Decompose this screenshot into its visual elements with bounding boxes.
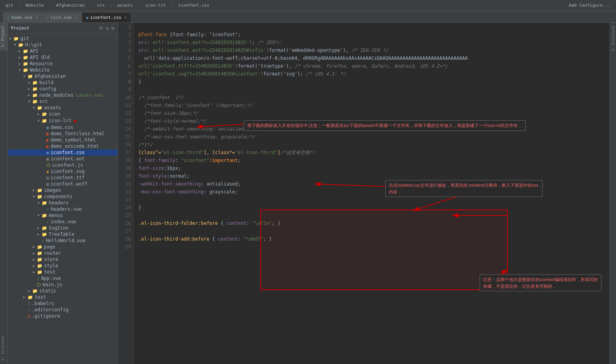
code-line-7[interactable]: url('iconfont.svg?t=1540265014835#iconfo… [138, 70, 610, 78]
tree-item-iconfont.css[interactable]: ◉iconfont.css [8, 149, 118, 156]
code-line-2[interactable]: @font-face {font-family: "iconfont"; [138, 31, 610, 39]
line-number-25: 25 [120, 211, 131, 219]
code-line-15[interactable]: /*-moz-osx-font-smoothing: grayscale;*/ [138, 133, 610, 141]
tree-item-build[interactable]: ▶📁build [8, 79, 118, 86]
code-line-13[interactable]: /*font-style:normal;*/ [138, 117, 610, 125]
structure-panel-tab[interactable]: 2: Structure [0, 332, 7, 364]
tree-item-Afghanistan[interactable]: ▼📁Afghanistan [8, 73, 118, 79]
tree-item-.babelrc[interactable]: ◌.babelrc [8, 300, 118, 307]
tree-item-static[interactable]: ▶📁static [8, 288, 118, 294]
tree-item-iconfont.svg[interactable]: ◈iconfont.svg [8, 168, 118, 175]
code-line-23[interactable] [138, 196, 610, 204]
tree-item-iconfont.js[interactable]: ⬡iconfont.js [8, 162, 118, 168]
tree-item-headers.vue[interactable]: ✓headers.vue [8, 206, 118, 212]
tree-icon-.editorconfig: ◌ [28, 307, 30, 313]
code-line-24[interactable]: } [138, 204, 610, 211]
tree-item-config[interactable]: ▶📁config [8, 86, 118, 92]
tree-item-git[interactable]: ▼📁git [8, 35, 118, 42]
tree-item-iconfont.woff[interactable]: ▥iconfont.woff [8, 181, 118, 187]
code-line-19[interactable]: font-size:16px; [138, 164, 610, 172]
code-line-22[interactable]: -moz-osx-font-smoothing: grayscale; [138, 188, 610, 196]
add-configure-button[interactable]: Add Configure... [566, 2, 613, 9]
code-line-29[interactable] [138, 243, 610, 251]
tree-item-.gitignore[interactable]: ◎.gitignore [8, 313, 118, 319]
code-line-17[interactable]: [class^="el-icon-third"], [class*="el-ic… [138, 149, 610, 156]
line-number-19: 19 [120, 164, 131, 172]
top-bar-website[interactable]: Website [23, 2, 46, 9]
tree-item-icon-lrt[interactable]: ▼📁icon-lrt◀ [8, 117, 118, 124]
top-bar-iconfont-css[interactable]: iconfont.css [176, 2, 211, 9]
tree-item-main.js[interactable]: ⬡main.js [8, 281, 118, 288]
code-line-27[interactable] [138, 227, 610, 235]
line-number-18: 18 [120, 156, 131, 164]
tree-item-menus[interactable]: ▼📁menus [8, 212, 118, 219]
code-line-1[interactable] [138, 23, 610, 31]
code-line-26[interactable]: .el-icon-third-folder:before { content: … [138, 219, 610, 227]
code-line-18[interactable]: { font-family: "iconfont" !important; [138, 156, 610, 164]
code-line-12[interactable]: /*font-size:16px;*/ [138, 109, 610, 117]
structure-right-tab[interactable]: Z: Structure [610, 23, 616, 55]
sort-icon[interactable]: ⇅ [106, 25, 109, 31]
tree-label-App.vue: App.vue [41, 276, 61, 281]
tree-item-components[interactable]: ▼📁components [8, 193, 118, 200]
tree-item-demo.css[interactable]: ◉demo.css [8, 124, 118, 131]
tree-item-router[interactable]: ▶📁router [8, 250, 118, 256]
tree-item-style[interactable]: ▶📁style [8, 263, 118, 269]
code-line-10[interactable]: /*.iconfont {*/ [138, 94, 610, 101]
code-line-16[interactable]: /*}*/ [138, 141, 610, 149]
tree-item-node_modules[interactable]: ▶📁node_moduleslibrary root [8, 92, 118, 98]
tree-item-test2[interactable]: ▶📁test [8, 294, 118, 300]
tab-home-vue[interactable]: ✓ home.vue × [3, 12, 42, 22]
tree-item-Resource[interactable]: ▶📁Resource [8, 61, 118, 67]
tree-item-src[interactable]: ▼📁src [8, 98, 118, 105]
tab-close-icon[interactable]: × [75, 15, 77, 20]
tree-item-headers[interactable]: ▼📁headers [8, 200, 118, 206]
tab-close-icon[interactable]: × [35, 15, 38, 20]
tree-item-App.vue[interactable]: ✓App.vue [8, 275, 118, 281]
tree-item-SvgIcon[interactable]: ▶📁SvgIcon [8, 225, 118, 231]
tree-item-TreeTable[interactable]: ▶📁TreeTable [8, 231, 118, 237]
project-panel-tab[interactable]: 1: Project [0, 23, 7, 50]
code-line-9[interactable] [138, 86, 610, 94]
top-bar-afghanistan[interactable]: Afghanistan [54, 2, 87, 9]
code-line-20[interactable]: font-style:normal; [138, 172, 610, 180]
tree-item-HelloWorld.vue[interactable]: ✓HelloWorld.vue [8, 237, 118, 244]
top-bar-git[interactable]: git [3, 2, 16, 9]
tree-item-demo_symbol.html[interactable]: ◧demo_symbol.html [8, 137, 118, 143]
top-bar-src[interactable]: src [95, 2, 107, 9]
tree-item-images[interactable]: ▶📁images [8, 187, 118, 193]
tree-item-Website[interactable]: ▼📁Website [8, 67, 118, 73]
tab-iconfont-css[interactable]: ◉ iconfont.css × [82, 12, 131, 22]
tree-item-demo_fontclass.html[interactable]: ◧demo_fontclass.html [8, 131, 118, 137]
tree-item-H-git[interactable]: ▼📁H:\git [8, 42, 118, 48]
tree-item-iconfont.ttf[interactable]: ▤iconfont.ttf [8, 175, 118, 181]
tree-item-icon[interactable]: ▶📁icon [8, 111, 118, 117]
code-line-11[interactable]: /*font-family:"iconfont" !important;*/ [138, 101, 610, 109]
code-line-6[interactable]: url('iconfont.ttf?t=1540265014835') form… [138, 62, 610, 70]
code-area[interactable]: @font-face {font-family: "iconfont"; src… [134, 23, 610, 364]
tree-item-API-Old[interactable]: ▶📁API Old [8, 54, 118, 61]
code-line-14[interactable]: /*-webkit-font-smoothing: antialiased;*/ [138, 125, 610, 133]
code-line-3[interactable]: src: url('iconfont.eot?t=1540265014835')… [138, 39, 610, 46]
tree-item-iconfont.eot[interactable]: ▣iconfont.eot [8, 156, 118, 162]
top-bar-icon-lrt[interactable]: icon-lrt [143, 2, 168, 9]
tree-item-test[interactable]: ▶📁test [8, 269, 118, 275]
tree-item-API[interactable]: ▶📁API [8, 48, 118, 54]
tree-item-demo_unicode.html[interactable]: ◧demo_unicode.html [8, 143, 118, 149]
top-bar-assets[interactable]: assets [115, 2, 135, 9]
tree-item-index.vue[interactable]: ✓index.vue [8, 219, 118, 225]
tree-item-.editorconfig[interactable]: ◌.editorconfig [8, 307, 118, 313]
code-line-28[interactable]: .el-icon-third-add:before { content: "\e… [138, 235, 610, 243]
code-line-5[interactable]: url('data:application/x-font-woff;charse… [138, 54, 610, 62]
tree-item-store[interactable]: ▶📁store [8, 256, 118, 263]
code-line-21[interactable]: -webkit-font-smoothing: antialiased; [138, 180, 610, 188]
code-line-8[interactable]: } [138, 78, 610, 86]
tab-list-vue[interactable]: ✓ list.vue × [42, 12, 81, 22]
sync-icon[interactable]: ⟳ [99, 25, 103, 31]
tree-item-assets[interactable]: ▼📁assets [8, 105, 118, 111]
code-line-25[interactable] [138, 211, 610, 219]
tab-close-icon[interactable]: × [125, 15, 127, 20]
tree-item-page[interactable]: ▶📁page [8, 244, 118, 250]
code-line-4[interactable]: src: url('iconfont.eot?t=1540265014835#i… [138, 46, 610, 54]
settings-icon[interactable]: ⚙ [111, 25, 114, 31]
